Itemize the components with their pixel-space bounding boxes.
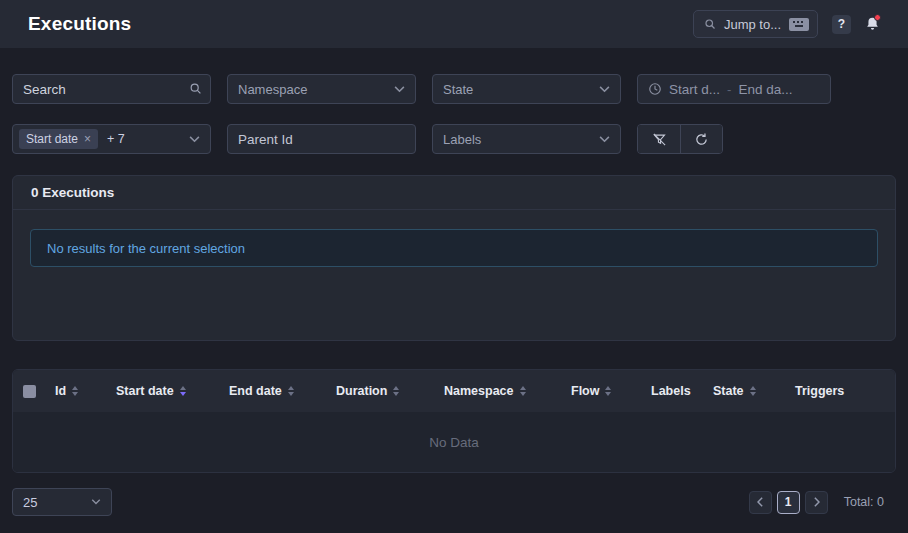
executions-table: Id Start date End date Duration Namespac… xyxy=(12,369,896,473)
namespace-select-label: Namespace xyxy=(238,82,307,97)
results-card: 0 Executions No results for the current … xyxy=(12,175,896,341)
table-header-row: Id Start date End date Duration Namespac… xyxy=(13,370,895,412)
column-header-namespace[interactable]: Namespace xyxy=(444,384,571,398)
clear-filters-button[interactable] xyxy=(638,125,680,153)
no-results-alert: No results for the current selection xyxy=(30,229,878,267)
clock-icon xyxy=(648,82,662,96)
question-icon: ? xyxy=(838,17,845,31)
column-header-duration[interactable]: Duration xyxy=(336,384,444,398)
column-label: Namespace xyxy=(444,384,514,398)
end-date-placeholder[interactable]: End da... xyxy=(738,82,792,97)
column-label: Triggers xyxy=(795,384,844,398)
applied-filters-select[interactable]: Start date × + 7 xyxy=(12,124,211,154)
pagination: 1 xyxy=(749,491,828,514)
column-label: State xyxy=(713,384,744,398)
column-label: Start date xyxy=(116,384,174,398)
executions-page: Executions Jump to... ? xyxy=(0,0,908,516)
remove-filter-icon[interactable]: × xyxy=(84,132,91,146)
column-label: Labels xyxy=(651,384,691,398)
column-label: Duration xyxy=(336,384,387,398)
help-button[interactable]: ? xyxy=(832,15,851,34)
jump-to-button[interactable]: Jump to... xyxy=(693,10,818,38)
search-field-wrap xyxy=(12,74,211,104)
column-label: End date xyxy=(229,384,282,398)
column-header-end-date[interactable]: End date xyxy=(229,384,336,398)
select-all-cell xyxy=(21,385,55,398)
search-input[interactable] xyxy=(12,74,211,104)
page-size-select[interactable]: 25 xyxy=(12,488,112,516)
column-header-labels: Labels xyxy=(651,384,713,398)
chevron-down-icon xyxy=(599,136,610,143)
column-header-id[interactable]: Id xyxy=(55,384,116,398)
labels-select-label: Labels xyxy=(443,132,481,147)
filter-off-icon xyxy=(652,132,667,147)
results-card-body: No results for the current selection xyxy=(13,210,895,340)
topbar-actions: Jump to... ? xyxy=(693,10,880,38)
applied-filter-chip-label: Start date xyxy=(26,132,78,146)
chevron-down-icon xyxy=(189,136,200,143)
start-date-placeholder[interactable]: Start d... xyxy=(669,82,720,97)
sort-icon-active[interactable] xyxy=(180,386,186,396)
filter-row-2: Start date × + 7 Labels xyxy=(12,124,896,154)
page-size-value: 25 xyxy=(23,495,37,510)
sort-icon[interactable] xyxy=(520,386,526,396)
sort-icon[interactable] xyxy=(750,386,756,396)
column-header-flow[interactable]: Flow xyxy=(571,384,651,398)
labels-select[interactable]: Labels xyxy=(432,124,621,154)
no-results-message: No results for the current selection xyxy=(47,241,245,256)
refresh-button[interactable] xyxy=(680,125,722,153)
column-header-start-date[interactable]: Start date xyxy=(116,384,229,398)
page-title: Executions xyxy=(28,13,131,35)
notification-dot xyxy=(874,14,881,21)
sort-icon[interactable] xyxy=(605,386,611,396)
column-label: Flow xyxy=(571,384,599,398)
more-filters-count: + 7 xyxy=(107,132,125,146)
jump-to-label: Jump to... xyxy=(724,17,781,32)
date-separator: - xyxy=(727,82,731,97)
chevron-down-icon xyxy=(91,499,101,505)
filter-actions-group xyxy=(637,124,723,154)
search-icon xyxy=(189,82,202,95)
search-icon xyxy=(704,18,716,30)
sort-icon[interactable] xyxy=(393,386,399,396)
total-count: Total: 0 xyxy=(844,495,884,509)
sort-icon[interactable] xyxy=(288,386,294,396)
table-empty-state: No Data xyxy=(13,412,895,472)
chevron-right-icon xyxy=(813,497,820,507)
top-bar: Executions Jump to... ? xyxy=(0,0,908,48)
state-select[interactable]: State xyxy=(432,74,621,104)
parent-id-input[interactable] xyxy=(227,124,416,154)
select-all-checkbox[interactable] xyxy=(23,385,36,398)
previous-page-button[interactable] xyxy=(749,491,772,514)
column-header-triggers: Triggers xyxy=(795,384,887,398)
keyboard-icon xyxy=(789,18,809,31)
sort-icon[interactable] xyxy=(72,386,78,396)
date-range-picker[interactable]: Start d... - End da... xyxy=(637,74,831,104)
chevron-left-icon xyxy=(757,497,764,507)
column-label: Id xyxy=(55,384,66,398)
filter-row-1: Namespace State Start d... - End da... xyxy=(12,74,896,104)
chevron-down-icon xyxy=(394,86,405,93)
filters-bar: Namespace State Start d... - End da... xyxy=(0,74,908,154)
chevron-down-icon xyxy=(599,86,610,93)
column-header-state[interactable]: State xyxy=(713,384,795,398)
applied-filter-chip: Start date × xyxy=(19,129,98,149)
state-select-label: State xyxy=(443,82,473,97)
table-footer: 25 1 Total: 0 xyxy=(12,488,896,516)
notifications-button[interactable] xyxy=(865,16,880,32)
page-number-button[interactable]: 1 xyxy=(777,491,800,514)
namespace-select[interactable]: Namespace xyxy=(227,74,416,104)
next-page-button[interactable] xyxy=(805,491,828,514)
refresh-icon xyxy=(694,132,709,147)
results-card-title: 0 Executions xyxy=(13,176,895,210)
